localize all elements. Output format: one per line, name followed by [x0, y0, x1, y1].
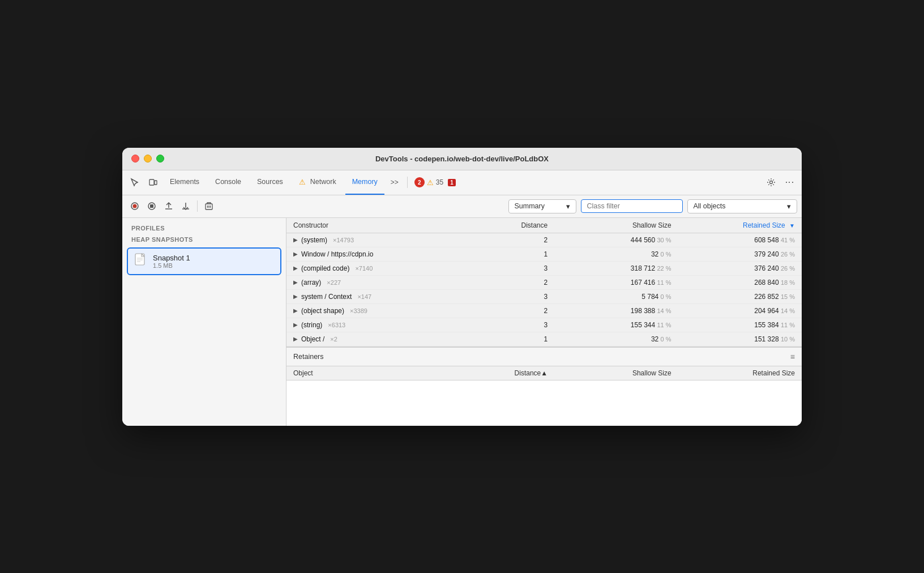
- sort-desc-icon: ▼: [789, 223, 795, 229]
- table-row[interactable]: ▶ (system) ×14793 2 444 560 30 % 608 548…: [286, 233, 802, 247]
- table-row[interactable]: ▶ system / Context ×147 3 5 784 0 % 226 …: [286, 289, 802, 303]
- constructor-count: ×227: [327, 279, 341, 286]
- selector-icon[interactable]: [127, 174, 143, 190]
- class-filter-input[interactable]: [581, 199, 683, 213]
- constructor-table: Constructor Distance Shallow Size Retain…: [286, 218, 802, 347]
- constructor-count: ×7140: [355, 265, 373, 272]
- more-tabs-icon[interactable]: >>: [387, 174, 403, 190]
- expand-icon[interactable]: ▶: [293, 293, 298, 300]
- expand-icon[interactable]: ▶: [293, 265, 298, 271]
- retained-size-cell: 608 548 41 %: [678, 233, 802, 247]
- traffic-lights: [131, 155, 164, 163]
- tab-network[interactable]: ⚠ Network: [292, 170, 343, 195]
- expand-icon[interactable]: ▶: [293, 307, 298, 314]
- title-bar: DevTools - codepen.io/web-dot-dev/live/P…: [122, 148, 802, 170]
- retained-size-cell: 226 852 15 %: [678, 289, 802, 303]
- heap-table: Constructor Distance Shallow Size Retain…: [286, 218, 802, 347]
- retainers-table: Object Distance▲ Shallow Size Retained S…: [286, 366, 802, 380]
- constructor-name: (object shape): [301, 307, 344, 315]
- warning-count: 35: [436, 178, 443, 186]
- distance-cell: 3: [493, 289, 554, 303]
- svg-point-4: [133, 204, 137, 208]
- retained-size-cell: 204 964 14 %: [678, 303, 802, 318]
- table-row[interactable]: ▶ Object / ×2 1 32 0 % 151 328 10 %: [286, 332, 802, 346]
- constructor-name: system / Context: [301, 293, 352, 301]
- close-button[interactable]: [131, 155, 139, 163]
- col-constructor[interactable]: Constructor: [286, 218, 493, 233]
- constructor-count: ×6313: [328, 322, 345, 328]
- error-badge[interactable]: 2: [414, 177, 425, 187]
- shallow-size-cell: 155 344 11 %: [554, 318, 678, 332]
- table-row[interactable]: ▶ (array) ×227 2 167 416 11 % 268 840 18…: [286, 275, 802, 289]
- table-row[interactable]: ▶ (string) ×6313 3 155 344 11 % 155 384 …: [286, 318, 802, 332]
- main-toolbar: Elements Console Sources ⚠ Network Memor…: [122, 170, 802, 195]
- tab-console[interactable]: Console: [208, 170, 248, 195]
- kebab-menu-icon[interactable]: ⋮: [781, 174, 797, 190]
- tab-memory[interactable]: Memory: [345, 170, 384, 195]
- actions-separator: [197, 200, 198, 212]
- expand-icon[interactable]: ▶: [293, 251, 298, 257]
- constructor-count: ×147: [357, 293, 371, 300]
- svg-rect-1: [155, 181, 157, 185]
- tab-sources[interactable]: Sources: [250, 170, 290, 195]
- expand-icon[interactable]: ▶: [293, 336, 298, 342]
- table-row[interactable]: ▶ (object shape) ×3389 2 198 388 14 % 20…: [286, 303, 802, 318]
- ret-col-object[interactable]: Object: [286, 366, 493, 380]
- snapshot-file-icon: [135, 253, 147, 270]
- snapshot-item[interactable]: Snapshot 1 1.5 MB: [127, 247, 281, 275]
- retainers-section: Retainers ≡ Object Distance▲: [286, 347, 802, 426]
- ret-col-retained[interactable]: Retained Size: [678, 366, 802, 380]
- maximize-button[interactable]: [156, 155, 164, 163]
- settings-icon[interactable]: [763, 174, 779, 190]
- col-shallow-size[interactable]: Shallow Size: [554, 218, 678, 233]
- upload-button[interactable]: [161, 198, 177, 214]
- ret-col-distance[interactable]: Distance▲: [493, 366, 554, 380]
- distance-cell: 1: [493, 332, 554, 346]
- shallow-size-cell: 32 0 %: [554, 247, 678, 261]
- expand-icon[interactable]: ▶: [293, 279, 298, 285]
- tab-elements[interactable]: Elements: [163, 170, 206, 195]
- record-button[interactable]: [127, 198, 143, 214]
- distance-cell: 2: [493, 275, 554, 289]
- expand-icon[interactable]: ▶: [293, 237, 298, 243]
- retained-size-cell: 155 384 11 %: [678, 318, 802, 332]
- constructor-name: (array): [301, 279, 321, 286]
- profiles-title: Profiles: [122, 225, 286, 236]
- constructor-name: Object /: [301, 335, 324, 343]
- retainers-body: [286, 380, 802, 426]
- retained-size-cell: 379 240 26 %: [678, 247, 802, 261]
- constructor-count: ×14793: [333, 237, 354, 243]
- stop-button[interactable]: [144, 198, 160, 214]
- actions-bar: Summary ▾ All objects ▾: [122, 195, 802, 218]
- main-content: Profiles HEAP SNAPSHOTS Snapshot 1 1.5 M…: [122, 218, 802, 426]
- distance-cell: 2: [493, 303, 554, 318]
- constructor-name: (system): [301, 236, 327, 244]
- distance-cell: 2: [493, 233, 554, 247]
- objects-dropdown[interactable]: All objects ▾: [687, 199, 798, 213]
- error-badge-group: 2 ⚠ 35 1: [414, 177, 456, 187]
- clear-button[interactable]: [201, 198, 217, 214]
- distance-cell: 3: [493, 261, 554, 275]
- constructor-name: (string): [301, 321, 322, 329]
- retainers-menu-icon[interactable]: ≡: [790, 352, 795, 361]
- col-distance[interactable]: Distance: [493, 218, 554, 233]
- summary-dropdown[interactable]: Summary ▾: [508, 199, 576, 213]
- device-toolbar-icon[interactable]: [145, 174, 161, 190]
- table-row[interactable]: ▶ (compiled code) ×7140 3 318 712 22 % 3…: [286, 261, 802, 275]
- heap-snapshots-label: HEAP SNAPSHOTS: [122, 236, 286, 247]
- shallow-size-cell: 5 784 0 %: [554, 289, 678, 303]
- objects-dropdown-arrow-icon: ▾: [787, 202, 791, 211]
- constructor-count: ×3389: [350, 307, 367, 314]
- shallow-size-cell: 318 712 22 %: [554, 261, 678, 275]
- table-row[interactable]: ▶ Window / https://cdpn.io 1 32 0 % 379 …: [286, 247, 802, 261]
- download-button[interactable]: [178, 198, 194, 214]
- ret-col-shallow[interactable]: Shallow Size: [554, 366, 678, 380]
- col-retained-size[interactable]: Retained Size ▼: [678, 218, 802, 233]
- expand-icon[interactable]: ▶: [293, 322, 298, 328]
- snapshot-info: Snapshot 1 1.5 MB: [153, 254, 273, 269]
- warning-icon: ⚠: [427, 178, 434, 187]
- minimize-button[interactable]: [144, 155, 152, 163]
- shallow-size-cell: 32 0 %: [554, 332, 678, 346]
- snapshot-size: 1.5 MB: [153, 262, 273, 269]
- window-title: DevTools - codepen.io/web-dot-dev/live/P…: [375, 155, 549, 163]
